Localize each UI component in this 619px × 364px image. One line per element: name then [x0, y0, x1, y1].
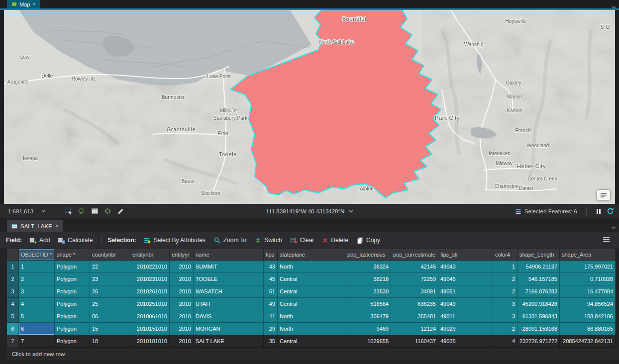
column-header[interactable]: pop_currestimate	[391, 249, 438, 261]
table-cell[interactable]: Polygon	[55, 298, 90, 310]
map-overflow-button[interactable]	[597, 190, 610, 200]
column-header[interactable]: shape *	[55, 249, 90, 261]
copy-rows-button[interactable]: Copy	[353, 235, 384, 246]
table-cell[interactable]: 2	[493, 285, 517, 298]
table-cell[interactable]: 28091.153168	[517, 323, 560, 335]
table-cell[interactable]: 06	[90, 310, 130, 323]
table-cell[interactable]: TOOELE	[194, 273, 264, 285]
column-header[interactable]: shape_Length	[517, 249, 560, 261]
column-header[interactable]: fips_str	[438, 249, 493, 261]
close-tab-icon[interactable]: ×	[32, 1, 35, 7]
table-cell[interactable]: 2010	[170, 261, 194, 273]
table-cell[interactable]: 2010	[170, 298, 194, 310]
table-cell[interactable]: 2010231010	[130, 273, 170, 285]
add-new-row[interactable]: Click to add new row.	[7, 348, 619, 361]
switch-selection-button[interactable]: Switch	[251, 235, 285, 246]
table-cell[interactable]: 6	[19, 323, 55, 335]
table-cell[interactable]: Polygon	[55, 310, 90, 323]
table-cell[interactable]: Polygon	[55, 323, 90, 335]
table-cell[interactable]: 2010	[170, 323, 194, 335]
table-cell[interactable]: 355481	[391, 310, 438, 323]
select-by-attributes-button[interactable]: Select By Attributes	[140, 235, 209, 246]
select-all-corner[interactable]	[7, 249, 19, 261]
table-cell[interactable]: 175.997021	[560, 261, 616, 273]
column-header[interactable]: OBJECTID *	[19, 249, 55, 261]
table-cell[interactable]: 23530	[345, 285, 391, 298]
column-header[interactable]: pop_lastcensus	[345, 249, 391, 261]
table-cell[interactable]: 49035	[438, 335, 493, 348]
table-cell[interactable]: 516564	[345, 298, 391, 310]
table-cell[interactable]: Polygon	[55, 261, 90, 273]
table-cell[interactable]: 36324	[345, 261, 391, 273]
snapping-icon[interactable]	[104, 207, 111, 215]
table-cell[interactable]: North	[278, 261, 345, 273]
table-cell[interactable]: 15	[90, 323, 130, 335]
table-menu-button[interactable]	[599, 235, 614, 245]
table-cell[interactable]: 4	[19, 298, 55, 310]
table-cell[interactable]: DAVIS	[194, 310, 264, 323]
map-canvas[interactable]: BountifulNorth Salt LakeHoytsvilleWanshi…	[4, 10, 615, 204]
table-cell[interactable]: 18	[90, 335, 130, 348]
add-field-button[interactable]: Add	[26, 235, 53, 246]
table-cell[interactable]: 29	[264, 323, 278, 335]
table-cell[interactable]: 2010	[170, 335, 194, 348]
table-cell[interactable]: 2010	[170, 285, 194, 298]
table-cell[interactable]: 94.856524	[560, 298, 616, 310]
row-number[interactable]: 5	[7, 310, 19, 323]
clear-selection-button[interactable]: Clear	[287, 235, 318, 246]
table-cell[interactable]: WASATCH	[194, 285, 264, 298]
table-cell[interactable]: 42145	[391, 261, 438, 273]
column-header[interactable]: color4	[493, 249, 517, 261]
table-cell[interactable]: 86.880165	[560, 323, 616, 335]
table-cell[interactable]: 61331.596843	[517, 310, 560, 323]
row-number[interactable]: 3	[7, 285, 19, 298]
table-cell[interactable]: 2010261010	[130, 285, 170, 298]
table-cell[interactable]: UTAH	[194, 298, 264, 310]
table-cell[interactable]: 1160437	[391, 335, 438, 348]
table-cell[interactable]: 546.157185	[517, 273, 560, 285]
table-cell[interactable]: 12124	[391, 323, 438, 335]
table-cell[interactable]: 0.710928	[560, 273, 616, 285]
table-cell[interactable]: 158.842186	[560, 310, 616, 323]
row-number[interactable]: 7	[7, 335, 19, 348]
attribute-table-icon[interactable]	[91, 207, 99, 215]
column-header[interactable]: entityyr	[170, 249, 194, 261]
selected-features-indicator[interactable]: Selected Features: 6	[515, 208, 577, 214]
table-cell[interactable]: 43	[264, 261, 278, 273]
table-cell[interactable]: 2	[19, 273, 55, 285]
table-cell[interactable]: SUMMIT	[194, 261, 264, 273]
row-number[interactable]: 4	[7, 298, 19, 310]
lasso-select-icon[interactable]	[78, 207, 86, 215]
table-cell[interactable]: 2010	[170, 310, 194, 323]
table-cell[interactable]: 636235	[391, 298, 438, 310]
row-number[interactable]: 6	[7, 323, 19, 335]
panel-overflow-chevron-icon[interactable]	[612, 222, 616, 231]
table-cell[interactable]: 2010151010	[130, 323, 170, 335]
table-cell[interactable]: Central	[278, 273, 345, 285]
table-cell[interactable]: North	[278, 310, 345, 323]
table-cell[interactable]: 7	[19, 335, 55, 348]
table-cell[interactable]: 45200.918428	[517, 298, 560, 310]
close-table-tab-icon[interactable]: ×	[55, 223, 58, 229]
table-cell[interactable]: 49011	[438, 310, 493, 323]
table-cell[interactable]: 34091	[391, 285, 438, 298]
pause-drawing-icon[interactable]	[596, 208, 602, 214]
row-number[interactable]: 1	[7, 261, 19, 273]
table-cell[interactable]: 54906.21137	[517, 261, 560, 273]
delete-row-button[interactable]: Delete	[318, 235, 352, 245]
table-cell[interactable]: 2	[493, 323, 517, 335]
table-cell[interactable]: 7166.076283	[517, 285, 560, 298]
table-cell[interactable]: 26	[90, 285, 130, 298]
table-cell[interactable]: 1	[493, 261, 517, 273]
table-cell[interactable]: 72259	[391, 273, 438, 285]
refresh-icon[interactable]	[607, 207, 614, 215]
column-header[interactable]: name	[194, 249, 264, 261]
table-cell[interactable]: 9469	[345, 323, 391, 335]
table-cell[interactable]: 306479	[345, 310, 391, 323]
table-cell[interactable]: 4	[493, 335, 517, 348]
column-header[interactable]: stateplane	[278, 249, 345, 261]
table-cell[interactable]: 49043	[438, 261, 493, 273]
table-cell[interactable]: 5	[19, 310, 55, 323]
table-cell[interactable]: 49	[264, 298, 278, 310]
table-cell[interactable]: 2	[493, 273, 517, 285]
